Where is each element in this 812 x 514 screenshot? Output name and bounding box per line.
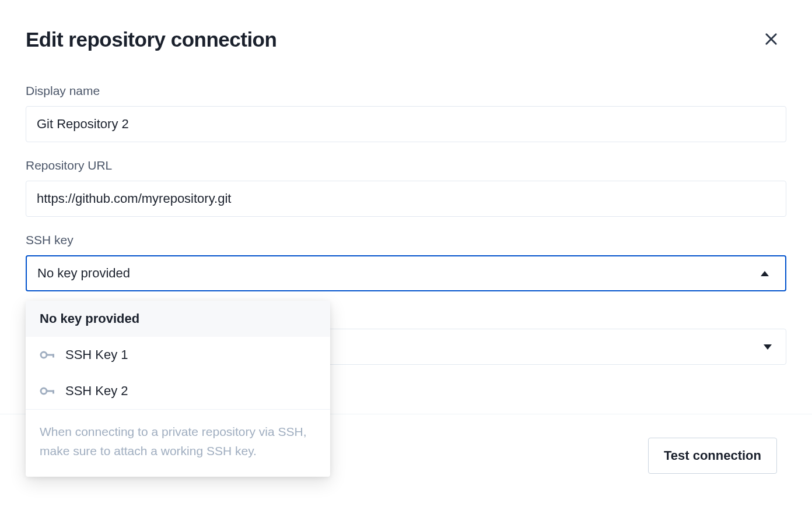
repository-url-group: Repository URL (26, 159, 786, 217)
svg-point-0 (41, 352, 47, 358)
display-name-label: Display name (26, 84, 786, 98)
ssh-key-selected-value: No key provided (37, 266, 130, 281)
chevron-up-icon (761, 271, 769, 276)
ssh-key-option-2[interactable]: SSH Key 2 (26, 373, 330, 409)
repository-url-input[interactable] (26, 181, 786, 217)
dialog-header: Edit repository connection (26, 28, 786, 51)
ssh-key-option-label: SSH Key 2 (65, 383, 128, 399)
dialog-title: Edit repository connection (26, 28, 276, 51)
ssh-key-label: SSH key (26, 233, 786, 247)
chevron-down-icon (764, 344, 772, 350)
svg-point-3 (41, 388, 47, 394)
close-button[interactable] (762, 30, 780, 49)
ssh-key-option-1[interactable]: SSH Key 1 (26, 337, 330, 373)
svg-rect-2 (52, 354, 54, 358)
edit-repository-dialog: Edit repository connection Display name … (0, 0, 812, 401)
ssh-key-group: SSH key No key provided No key provided (26, 233, 786, 291)
display-name-group: Display name (26, 84, 786, 142)
ssh-key-helper-text: When connecting to a private repository … (26, 409, 330, 477)
display-name-input[interactable] (26, 106, 786, 142)
ssh-key-dropdown: No key provided SSH Key 1 (26, 301, 330, 477)
svg-rect-5 (52, 390, 54, 394)
ssh-key-select[interactable]: No key provided (26, 255, 786, 291)
test-connection-button[interactable]: Test connection (648, 438, 777, 474)
ssh-key-option-none[interactable]: No key provided (26, 301, 330, 337)
close-icon (763, 31, 779, 49)
repository-url-label: Repository URL (26, 159, 786, 172)
ssh-key-select-wrapper: No key provided No key provided SSH (26, 255, 786, 291)
ssh-key-option-label: SSH Key 1 (65, 347, 128, 362)
key-icon (40, 350, 56, 360)
key-icon (40, 386, 56, 396)
ssh-key-option-label: No key provided (40, 311, 139, 326)
